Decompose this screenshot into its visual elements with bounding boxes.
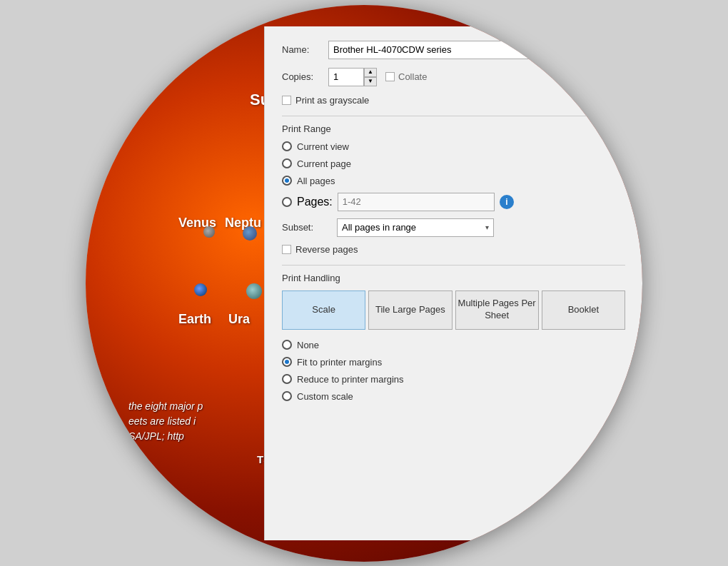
- copies-down-button[interactable]: ▼: [364, 77, 377, 86]
- radio-custom-scale[interactable]: [282, 391, 292, 401]
- grayscale-row: Print as grayscale: [282, 95, 625, 106]
- subset-dropdown[interactable]: All pages in range ▾: [337, 218, 494, 237]
- copies-input[interactable]: 1: [328, 68, 364, 86]
- radio-current-page-row[interactable]: Current page: [282, 158, 625, 169]
- bottom-caption: the eight major p eets are listed i SA/J…: [128, 399, 203, 444]
- printer-name-input[interactable]: Brother HL-4070CDW series: [328, 41, 528, 59]
- tile-large-pages-button[interactable]: Tile Large Pages: [368, 290, 452, 330]
- radio-all-pages-row[interactable]: All pages: [282, 176, 625, 186]
- subset-label: Subset:: [282, 222, 328, 233]
- option-fit-to-printer-label: Fit to printer margins: [297, 357, 382, 368]
- booklet-button[interactable]: Booklet: [542, 290, 625, 330]
- option-custom-scale-row[interactable]: Custom scale: [282, 391, 625, 402]
- radio-pages-label: Pages:: [297, 196, 333, 208]
- print-handling-title: Print Handling: [282, 273, 625, 283]
- radio-current-view[interactable]: [282, 141, 292, 151]
- print-range-title: Print Range: [282, 123, 625, 134]
- dropdown-arrow-icon: ▾: [485, 223, 489, 231]
- subset-row: Subset: All pages in range ▾: [282, 218, 625, 237]
- option-none-label: None: [297, 340, 319, 350]
- copies-spinner: ▲ ▼: [364, 68, 377, 86]
- subset-value: All pages in range: [342, 222, 416, 233]
- grayscale-label: Print as grayscale: [295, 95, 369, 106]
- pages-input[interactable]: [338, 193, 495, 211]
- pages-row: Pages: i: [282, 193, 625, 211]
- option-reduce-to-printer-label: Reduce to printer margins: [297, 374, 404, 385]
- main-circle: Su Venus Neptu Earth Ura the eight major…: [86, 5, 642, 562]
- collate-checkbox[interactable]: [385, 72, 395, 81]
- print-dialog: Name: Brother HL-4070CDW series Copies: …: [264, 26, 642, 540]
- radio-reduce-to-printer[interactable]: [282, 374, 292, 384]
- radio-current-view-row[interactable]: Current view: [282, 141, 625, 152]
- copies-row: Copies: 1 ▲ ▼ Collate: [282, 68, 625, 86]
- radio-pages[interactable]: [282, 197, 292, 207]
- collate-wrapper: Collate: [385, 71, 427, 82]
- option-reduce-to-printer-row[interactable]: Reduce to printer margins: [282, 374, 625, 385]
- scale-button[interactable]: Scale: [282, 290, 365, 330]
- radio-current-page-label: Current page: [297, 158, 351, 169]
- copies-wrapper: 1 ▲ ▼: [328, 68, 377, 86]
- scale-options: None Fit to printer margins Reduce to pr…: [282, 340, 625, 402]
- copies-label: Copies:: [282, 71, 328, 82]
- copies-up-button[interactable]: ▲: [364, 68, 377, 77]
- radio-all-pages[interactable]: [282, 176, 292, 186]
- reverse-pages-label: Reverse pages: [295, 244, 358, 255]
- pages-info-icon[interactable]: i: [500, 195, 514, 209]
- handling-buttons: Scale Tile Large Pages Multiple Pages Pe…: [282, 290, 625, 330]
- radio-current-view-label: Current view: [297, 141, 349, 152]
- grayscale-checkbox[interactable]: [282, 96, 291, 105]
- radio-fit-to-printer[interactable]: [282, 357, 292, 367]
- option-fit-to-printer-row[interactable]: Fit to printer margins: [282, 357, 625, 368]
- printer-name-row: Name: Brother HL-4070CDW series: [282, 41, 625, 59]
- divider-2: [282, 265, 625, 266]
- radio-current-page[interactable]: [282, 158, 292, 168]
- reverse-pages-checkbox[interactable]: [282, 245, 291, 254]
- name-label: Name:: [282, 44, 328, 55]
- multiple-pages-per-sheet-button[interactable]: Multiple Pages Per Sheet: [455, 290, 539, 330]
- reverse-pages-row: Reverse pages: [282, 244, 625, 255]
- collate-label: Collate: [398, 71, 427, 82]
- divider-1: [282, 116, 625, 116]
- option-custom-scale-label: Custom scale: [297, 391, 353, 402]
- option-none-row[interactable]: None: [282, 340, 625, 350]
- radio-all-pages-label: All pages: [297, 176, 335, 186]
- radio-none[interactable]: [282, 340, 292, 350]
